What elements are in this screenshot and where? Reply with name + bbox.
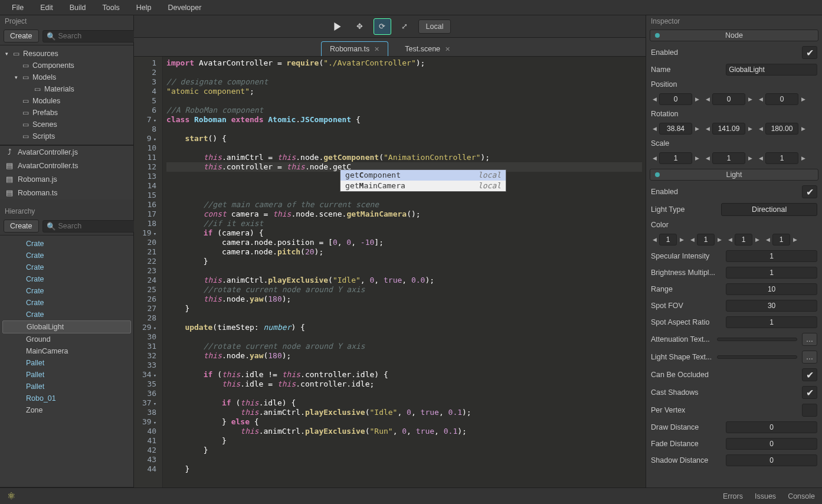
project-create-button[interactable]: Create	[4, 30, 39, 42]
project-tree-item[interactable]: ▭Prefabs	[0, 107, 133, 119]
issues-link[interactable]: Issues	[755, 492, 776, 500]
menu-edit[interactable]: Edit	[32, 1, 61, 14]
rotate-tool-button[interactable]: ⟳	[374, 18, 391, 35]
increment-icon[interactable]: ▶	[800, 93, 807, 105]
spotfov-input[interactable]: 30	[726, 300, 817, 312]
project-tree-item[interactable]: ▭Materials	[0, 83, 133, 95]
inspector-section-light[interactable]: Light	[650, 169, 818, 181]
hierarchy-item[interactable]: Pallet	[0, 357, 133, 369]
increment-icon[interactable]: ▶	[754, 234, 761, 246]
increment-icon[interactable]: ▶	[746, 123, 754, 135]
hierarchy-tree[interactable]: CrateCrateCrateCrateCrateCrateCrateGloba…	[0, 235, 133, 487]
range-input[interactable]: 10	[726, 283, 817, 295]
decrement-icon[interactable]: ◀	[757, 123, 764, 135]
pervertex-checkbox[interactable]	[802, 404, 817, 417]
node-name-input[interactable]: GlobalLight	[726, 64, 817, 76]
spotaspect-input[interactable]: 1	[726, 316, 817, 328]
coordinate-space-button[interactable]: Local	[418, 19, 451, 34]
editor-tab[interactable]: Roboman.ts✕	[321, 41, 388, 56]
editor-tab[interactable]: Test.scene✕	[397, 42, 459, 56]
open-file-item[interactable]: ⤴AvatarController.js	[0, 146, 133, 159]
node-enabled-checkbox[interactable]: ✔	[802, 46, 817, 59]
autocomplete-item[interactable]: getMainCameralocal	[340, 181, 506, 191]
shape-input[interactable]	[717, 355, 797, 359]
decrement-icon[interactable]: ◀	[704, 123, 711, 135]
increment-icon[interactable]: ▶	[716, 234, 723, 246]
vector-component[interactable]: ◀1▶	[651, 152, 700, 164]
hierarchy-item[interactable]: Pallet	[0, 369, 133, 381]
hierarchy-item[interactable]: Pallet	[0, 381, 133, 392]
increment-icon[interactable]: ▶	[746, 152, 754, 164]
move-tool-button[interactable]: ✥	[351, 18, 369, 35]
menu-developer[interactable]: Developer	[159, 1, 209, 14]
vector-component[interactable]: ◀1▶	[704, 152, 754, 164]
decrement-icon[interactable]: ◀	[764, 234, 771, 246]
code-editor[interactable]: 1234567▾89▾10111213141516171819▾20212223…	[134, 57, 646, 487]
vector-component[interactable]: ◀1▶	[757, 152, 807, 164]
shadowdist-input[interactable]: 0	[726, 454, 817, 466]
vector-component[interactable]: ◀1▶	[764, 234, 798, 246]
hierarchy-item[interactable]: Crate	[0, 261, 133, 273]
decrement-icon[interactable]: ◀	[651, 93, 658, 105]
project-tree-item[interactable]: ▭Components	[0, 60, 133, 71]
vector-component[interactable]: ◀1▶	[689, 234, 723, 246]
shape-browse-button[interactable]: …	[802, 351, 817, 364]
light-enabled-checkbox[interactable]: ✔	[802, 185, 817, 198]
close-tab-icon[interactable]: ✕	[445, 45, 450, 53]
menu-tools[interactable]: Tools	[94, 1, 128, 14]
hierarchy-create-button[interactable]: Create	[4, 220, 39, 233]
hierarchy-item[interactable]: Crate	[0, 273, 133, 285]
drawdist-input[interactable]: 0	[726, 421, 817, 433]
vector-component[interactable]: ◀180.00▶	[757, 123, 807, 135]
expand-arrow-icon[interactable]: ▾	[4, 51, 9, 57]
project-tree-item[interactable]: ▭Modules	[0, 95, 133, 107]
brightness-input[interactable]: 1	[726, 267, 817, 279]
vector-component[interactable]: ◀0▶	[651, 93, 700, 105]
increment-icon[interactable]: ▶	[693, 93, 700, 105]
decrement-icon[interactable]: ◀	[704, 93, 711, 105]
hierarchy-item[interactable]: Ground	[0, 333, 133, 345]
vector-component[interactable]: ◀141.09▶	[704, 123, 754, 135]
open-file-item[interactable]: ▤Roboman.ts	[0, 186, 133, 199]
hierarchy-item[interactable]: Crate	[0, 285, 133, 297]
menu-help[interactable]: Help	[128, 1, 160, 14]
decrement-icon[interactable]: ◀	[651, 234, 658, 246]
open-file-item[interactable]: ▤Roboman.js	[0, 172, 133, 186]
vector-component[interactable]: ◀38.84▶	[651, 123, 700, 135]
editor-code[interactable]: import AvatarController = require("./Ava…	[163, 57, 646, 487]
play-button[interactable]	[329, 18, 346, 35]
vector-component[interactable]: ◀0▶	[704, 93, 754, 105]
decrement-icon[interactable]: ◀	[757, 93, 764, 105]
increment-icon[interactable]: ▶	[800, 123, 807, 135]
specular-input[interactable]: 1	[726, 250, 817, 262]
decrement-icon[interactable]: ◀	[704, 152, 711, 164]
inspector-section-node[interactable]: Node	[650, 30, 818, 41]
inspector[interactable]: Node Enabled ✔ Name GlobalLight Position…	[646, 27, 822, 487]
light-type-dropdown[interactable]: Directional	[721, 203, 817, 216]
decrement-icon[interactable]: ◀	[726, 234, 733, 246]
project-tree-item[interactable]: ▭Scenes	[0, 119, 133, 130]
scale-tool-button[interactable]: ⤢	[396, 18, 414, 35]
decrement-icon[interactable]: ◀	[651, 152, 658, 164]
project-tree[interactable]: ▾▭Resources▭Components▾▭Models▭Materials…	[0, 45, 133, 145]
project-tree-item[interactable]: ▭Scripts	[0, 130, 133, 142]
menu-build[interactable]: Build	[61, 1, 94, 14]
decrement-icon[interactable]: ◀	[689, 234, 696, 246]
increment-icon[interactable]: ▶	[693, 123, 700, 135]
close-tab-icon[interactable]: ✕	[374, 45, 379, 53]
increment-icon[interactable]: ▶	[791, 234, 798, 246]
vector-component[interactable]: ◀1▶	[726, 234, 761, 246]
hierarchy-item[interactable]: Zone	[0, 404, 133, 416]
menu-file[interactable]: File	[4, 1, 32, 14]
expand-arrow-icon[interactable]: ▾	[13, 74, 19, 80]
castshadows-checkbox[interactable]: ✔	[802, 386, 817, 399]
autocomplete-item[interactable]: getComponentlocal	[340, 170, 506, 181]
increment-icon[interactable]: ▶	[746, 93, 754, 105]
project-tree-item[interactable]: ▾▭Models	[0, 71, 133, 83]
increment-icon[interactable]: ▶	[693, 152, 700, 164]
decrement-icon[interactable]: ◀	[651, 123, 658, 135]
autocomplete-popup[interactable]: getComponentlocalgetMainCameralocal	[340, 169, 506, 192]
hierarchy-item[interactable]: Crate	[0, 309, 133, 320]
hierarchy-item[interactable]: GlobalLight	[2, 320, 131, 333]
project-tree-item[interactable]: ▾▭Resources	[0, 48, 133, 60]
